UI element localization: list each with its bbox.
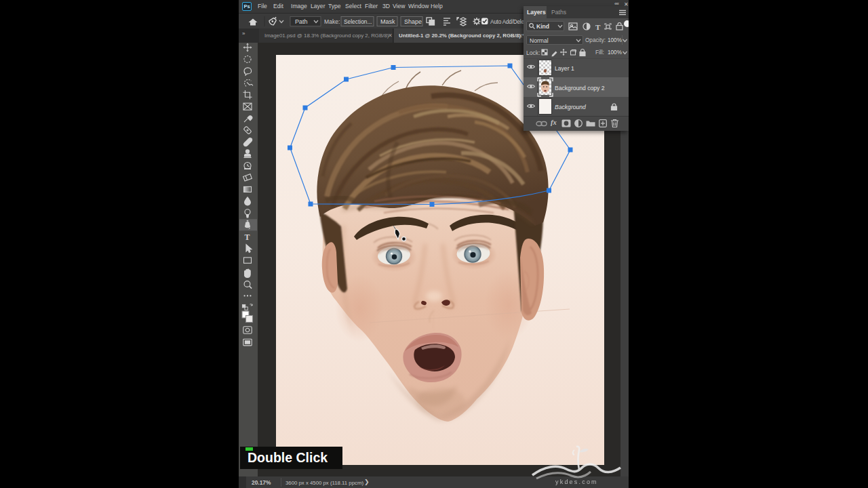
svg-text:Shape: Shape [404, 18, 422, 25]
svg-text:Path: Path [295, 18, 308, 25]
svg-text:Mask: Mask [380, 18, 395, 25]
svg-text:Make:: Make: [324, 18, 340, 25]
svg-text:T: T [595, 23, 601, 31]
svg-text:ykdes.com: ykdes.com [555, 479, 598, 485]
svg-text:T: T [245, 232, 250, 242]
svg-text:Selection...: Selection... [344, 18, 372, 25]
